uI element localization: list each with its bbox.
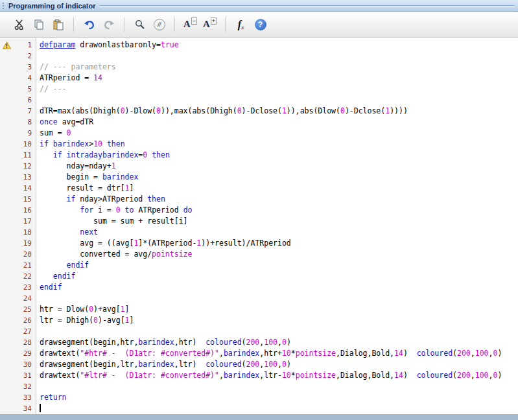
minus-sign: − [191, 18, 197, 25]
line-gutter: 15 [0, 194, 36, 205]
code-line[interactable]: 2 [0, 51, 518, 62]
line-number: 18 [23, 227, 32, 238]
search-button[interactable] [131, 16, 148, 33]
line-number: 9 [27, 128, 32, 139]
code-line[interactable]: 3// --- parameters [0, 62, 518, 73]
code-line[interactable]: 25htr = Dlow(0)+avg[1] [0, 304, 518, 315]
font-increase-icon: A [203, 19, 210, 30]
code-line[interactable]: 7dTR=max(abs(Dhigh(0)-Dlow(0)),max(abs(D… [0, 106, 518, 117]
line-number: 7 [27, 106, 32, 117]
code-text: return [36, 392, 67, 403]
code-text: ltr = Dhigh(0)-avg[1] [36, 315, 134, 326]
titlebar[interactable]: Programming of indicator [0, 0, 518, 12]
line-gutter: 8 [0, 117, 36, 128]
line-gutter: 16 [0, 205, 36, 216]
code-line[interactable]: 5// --- [0, 84, 518, 95]
code-editor[interactable]: 1defparam drawonlastbaronly=true23// ---… [0, 38, 518, 414]
line-gutter: 27 [0, 326, 36, 337]
code-line[interactable]: 28drawsegment(begin,htr,barindex,htr) co… [0, 337, 518, 348]
copy-button[interactable] [30, 16, 47, 33]
plus-sign: + [211, 18, 217, 25]
titlebar-rule [99, 5, 514, 7]
code-line[interactable]: 13 begin = barindex [0, 172, 518, 183]
code-line[interactable]: 11 if intradaybarindex=0 then [0, 150, 518, 161]
indicator-editor-window: Programming of indicator [0, 0, 518, 420]
code-line[interactable]: 4ATRperiod = 14 [0, 73, 518, 84]
code-line[interactable]: 21 endif [0, 260, 518, 271]
code-text: ATRperiod = 14 [36, 73, 102, 84]
code-line[interactable]: 12 nday=nday+1 [0, 161, 518, 172]
line-number: 13 [23, 172, 32, 183]
line-number: 5 [27, 84, 32, 95]
line-number: 26 [23, 315, 32, 326]
paste-button[interactable] [49, 16, 67, 33]
line-number: 17 [23, 216, 32, 227]
line-gutter: 17 [0, 216, 36, 227]
code-line[interactable]: 16 for i = 0 to ATRperiod do [0, 205, 518, 216]
code-line[interactable]: 8once avg=dTR [0, 117, 518, 128]
code-line[interactable]: 31drawtext("#ltr# - (D1atr: #converted#)… [0, 370, 518, 381]
code-line[interactable]: 27 [0, 326, 518, 337]
line-number: 14 [23, 183, 32, 194]
code-line[interactable]: 23endif [0, 282, 518, 293]
line-number: 11 [23, 150, 32, 161]
toolbar-separator [124, 18, 124, 32]
line-number: 32 [23, 381, 32, 392]
line-gutter: 12 [0, 161, 36, 172]
code-line[interactable]: 22 endif [0, 271, 518, 282]
code-text [36, 293, 40, 304]
line-number: 23 [23, 282, 32, 293]
line-gutter: 24 [0, 293, 36, 304]
line-gutter: 29 [0, 348, 36, 359]
code-line[interactable]: 30drawsegment(begin,ltr,barindex,ltr) co… [0, 359, 518, 370]
line-number: 28 [23, 337, 32, 348]
help-button[interactable]: ? [252, 16, 269, 33]
line-number: 30 [23, 359, 32, 370]
code-line[interactable]: 33return [0, 392, 518, 403]
font-decrease-button[interactable]: A− [182, 16, 199, 33]
undo-button[interactable] [80, 16, 98, 33]
code-text: htr = Dlow(0)+avg[1] [36, 304, 130, 315]
code-text: endif [36, 282, 62, 293]
code-text [36, 51, 40, 62]
code-text: endif [36, 260, 89, 271]
line-gutter: 13 [0, 172, 36, 183]
line-gutter: 11 [0, 150, 36, 161]
copy-icon [33, 19, 45, 30]
search-icon [134, 19, 146, 30]
line-gutter: 1 [0, 40, 36, 51]
toolbar-separator [73, 18, 74, 32]
code-line[interactable]: 20 converted = avg/pointsize [0, 249, 518, 260]
code-line[interactable]: 34 [0, 403, 518, 414]
comment-button[interactable]: // [150, 16, 168, 33]
code-line[interactable]: 32 [0, 381, 518, 392]
line-number: 22 [23, 271, 32, 282]
line-number: 31 [23, 370, 32, 381]
code-line[interactable]: 10if barindex>10 then [0, 139, 518, 150]
code-line[interactable]: 18 next [0, 227, 518, 238]
code-line[interactable]: 26ltr = Dhigh(0)-avg[1] [0, 315, 518, 326]
code-line[interactable]: 14 result = dtr[1] [0, 183, 518, 194]
panel-drag-handle[interactable] [3, 3, 5, 9]
code-line[interactable]: 15 if nday>ATRperiod then [0, 194, 518, 205]
line-gutter: 3 [0, 62, 36, 73]
line-gutter: 32 [0, 381, 36, 392]
line-gutter: 19 [0, 238, 36, 249]
line-gutter: 33 [0, 392, 36, 403]
code-lines: 1defparam drawonlastbaronly=true23// ---… [0, 40, 518, 414]
function-button[interactable]: fx [232, 16, 250, 33]
undo-icon [83, 19, 96, 30]
code-line[interactable]: 1defparam drawonlastbaronly=true [0, 40, 518, 51]
code-line[interactable]: 6 [0, 95, 518, 106]
cut-button[interactable] [10, 16, 28, 33]
code-line[interactable]: 17 sum = sum + result[i] [0, 216, 518, 227]
code-line[interactable]: 9sum = 0 [0, 128, 518, 139]
code-text: if nday>ATRperiod then [36, 194, 165, 205]
line-number: 27 [23, 326, 32, 337]
code-line[interactable]: 24 [0, 293, 518, 304]
redo-button[interactable] [100, 16, 117, 33]
code-line[interactable]: 19 avg = ((avg[1]*(ATRperiod-1))+result)… [0, 238, 518, 249]
code-line[interactable]: 29drawtext("#htr# - (D1atr: #converted#)… [0, 348, 518, 359]
font-increase-button[interactable]: A+ [201, 16, 218, 33]
line-number: 25 [23, 304, 32, 315]
